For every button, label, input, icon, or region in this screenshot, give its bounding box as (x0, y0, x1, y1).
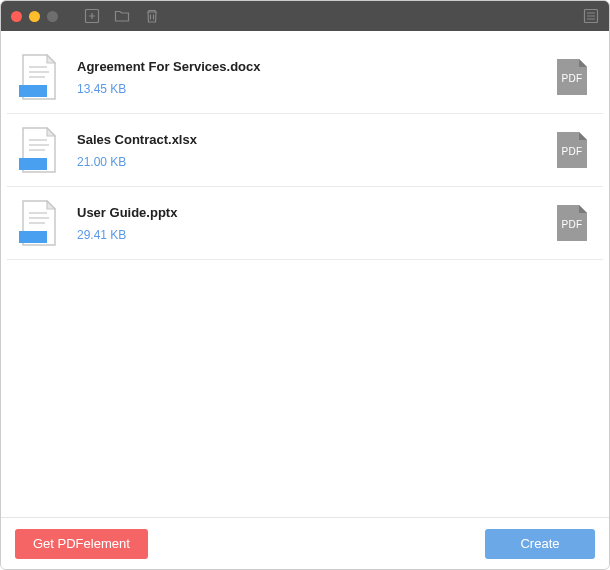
file-info: Sales Contract.xlsx 21.00 KB (77, 132, 539, 169)
file-name: Sales Contract.xlsx (77, 132, 539, 147)
pdf-output-icon: PDF (555, 130, 589, 170)
file-name: Agreement For Services.docx (77, 59, 539, 74)
file-row[interactable]: Sales Contract.xlsx 21.00 KB PDF (7, 114, 603, 187)
get-pdfelement-button[interactable]: Get PDFelement (15, 529, 148, 559)
toolbar (84, 8, 160, 24)
minimize-window-button[interactable] (29, 11, 40, 22)
svg-rect-16 (19, 158, 47, 170)
maximize-window-button[interactable] (47, 11, 58, 22)
window-controls (11, 11, 58, 22)
file-size: 29.41 KB (77, 228, 539, 242)
file-row[interactable]: Agreement For Services.docx 13.45 KB PDF (7, 41, 603, 114)
file-info: User Guide.pptx 29.41 KB (77, 205, 539, 242)
document-icon (17, 126, 61, 174)
svg-rect-20 (19, 231, 47, 243)
pdf-output-icon: PDF (555, 57, 589, 97)
document-icon (17, 53, 61, 101)
file-size: 13.45 KB (77, 82, 539, 96)
app-window: Agreement For Services.docx 13.45 KB PDF (0, 0, 610, 570)
document-icon (17, 199, 61, 247)
file-size: 21.00 KB (77, 155, 539, 169)
delete-icon[interactable] (144, 8, 160, 24)
pdf-output-icon: PDF (555, 203, 589, 243)
titlebar (1, 1, 609, 31)
footer: Get PDFelement Create (1, 517, 609, 569)
add-file-icon[interactable] (84, 8, 100, 24)
svg-rect-12 (19, 85, 47, 97)
close-window-button[interactable] (11, 11, 22, 22)
pdf-label: PDF (555, 146, 589, 157)
content-area: Agreement For Services.docx 13.45 KB PDF (1, 31, 609, 517)
create-button[interactable]: Create (485, 529, 595, 559)
file-list: Agreement For Services.docx 13.45 KB PDF (7, 41, 603, 260)
open-folder-icon[interactable] (114, 8, 130, 24)
list-view-icon[interactable] (583, 8, 599, 24)
file-info: Agreement For Services.docx 13.45 KB (77, 59, 539, 96)
file-row[interactable]: User Guide.pptx 29.41 KB PDF (7, 187, 603, 260)
pdf-label: PDF (555, 73, 589, 84)
file-name: User Guide.pptx (77, 205, 539, 220)
pdf-label: PDF (555, 219, 589, 230)
